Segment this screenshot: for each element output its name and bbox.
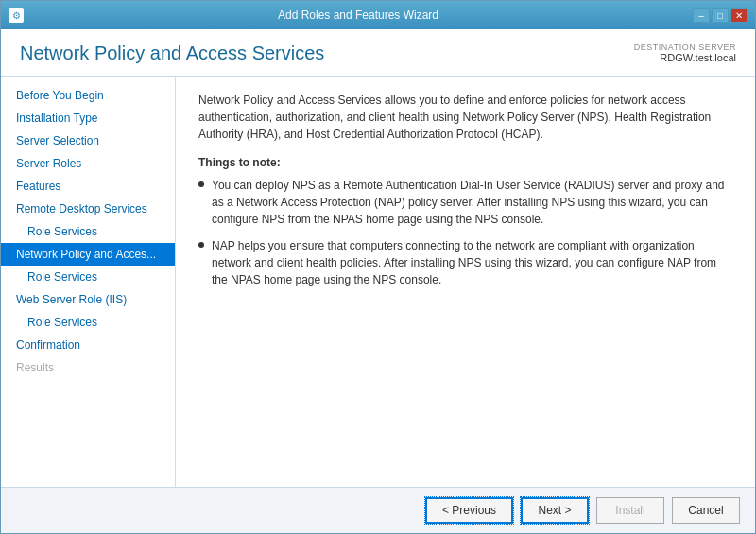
sidebar-item-installation-type[interactable]: Installation Type (1, 107, 175, 129)
bullet-item-0: You can deploy NPS as a Remote Authentic… (198, 177, 732, 228)
maximize-button[interactable]: □ (712, 8, 729, 23)
bullet-dot-icon (198, 181, 204, 187)
sidebar-item-server-roles[interactable]: Server Roles (1, 152, 175, 175)
sidebar-item-confirmation[interactable]: Confirmation (1, 334, 175, 356)
bullet-list: You can deploy NPS as a Remote Authentic… (198, 177, 732, 288)
minimize-button[interactable]: – (693, 8, 710, 23)
sidebar-item-role-services-1[interactable]: Role Services (1, 220, 175, 243)
install-button[interactable]: Install (596, 497, 664, 524)
close-button[interactable]: ✕ (730, 8, 747, 23)
destination-server: DESTINATION SERVER RDGW.test.local (634, 43, 736, 63)
footer: < Previous Next > Install Cancel (1, 487, 755, 533)
destination-value: RDGW.test.local (634, 52, 736, 63)
window-icon: ⚙ (9, 8, 24, 23)
sidebar: Before You BeginInstallation TypeServer … (1, 77, 176, 487)
sidebar-item-network-policy[interactable]: Network Policy and Acces... (1, 243, 175, 266)
sidebar-item-role-services-3[interactable]: Role Services (1, 311, 175, 334)
bullet-item-1: NAP helps you ensure that computers conn… (198, 237, 732, 288)
content-intro: Network Policy and Access Services allow… (198, 92, 732, 143)
title-bar: ⚙ Add Roles and Features Wizard – □ ✕ (1, 1, 755, 29)
window-title: Add Roles and Features Wizard (24, 9, 693, 22)
bullet-text: You can deploy NPS as a Remote Authentic… (212, 177, 732, 228)
content-area: Network Policy and Access Services allow… (176, 77, 755, 487)
bullet-text: NAP helps you ensure that computers conn… (212, 237, 732, 288)
sidebar-item-remote-desktop-services[interactable]: Remote Desktop Services (1, 198, 175, 220)
previous-button[interactable]: < Previous (425, 497, 513, 524)
main-area: Before You BeginInstallation TypeServer … (1, 77, 755, 487)
sidebar-item-role-services-2[interactable]: Role Services (1, 266, 175, 288)
sidebar-item-web-server-role[interactable]: Web Server Role (IIS) (1, 288, 175, 311)
destination-label: DESTINATION SERVER (634, 43, 736, 52)
sidebar-item-server-selection[interactable]: Server Selection (1, 129, 175, 152)
cancel-button[interactable]: Cancel (672, 497, 740, 524)
page-title: Network Policy and Access Services (20, 43, 324, 64)
sidebar-item-results: Results (1, 356, 175, 379)
things-to-note-label: Things to note: (198, 156, 732, 169)
header-area: Network Policy and Access Services DESTI… (1, 29, 755, 77)
title-bar-controls: – □ ✕ (693, 8, 747, 23)
bullet-dot-icon (198, 242, 204, 248)
sidebar-item-features[interactable]: Features (1, 175, 175, 198)
next-button[interactable]: Next > (521, 497, 589, 524)
main-window: ⚙ Add Roles and Features Wizard – □ ✕ Ne… (0, 0, 756, 534)
sidebar-item-before-you-begin[interactable]: Before You Begin (1, 84, 175, 107)
